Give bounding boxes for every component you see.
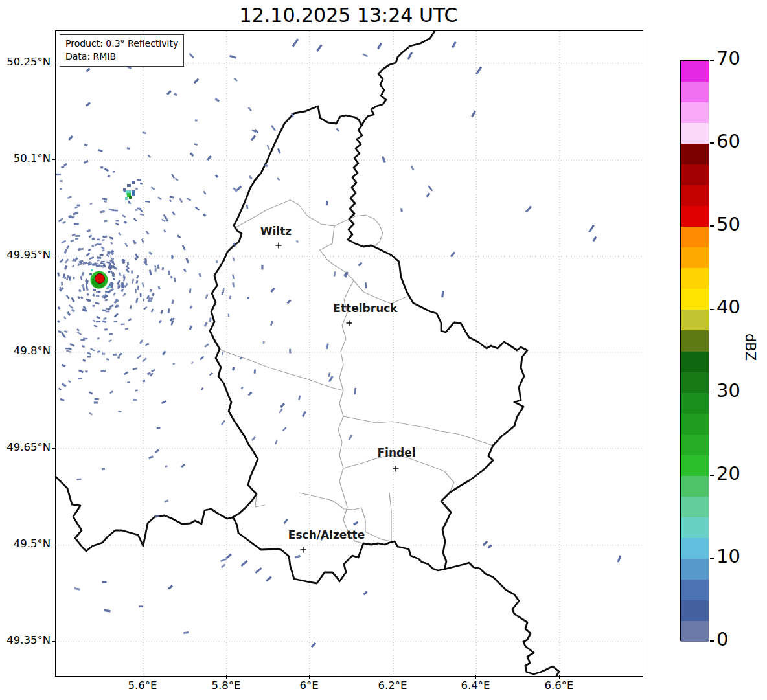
clutter-speckle bbox=[209, 372, 213, 376]
clutter-speckle bbox=[87, 352, 92, 355]
clutter-speckle bbox=[109, 304, 114, 308]
clutter-speckle bbox=[209, 317, 212, 322]
radar-echo-pixel bbox=[132, 190, 135, 196]
clutter-speckle bbox=[382, 156, 386, 163]
colorbar bbox=[680, 60, 709, 641]
clutter-speckle bbox=[135, 389, 138, 391]
clutter-speckle bbox=[298, 396, 301, 401]
clutter-speckle bbox=[222, 292, 223, 295]
clutter-speckle bbox=[195, 119, 198, 121]
clutter-speckle bbox=[93, 320, 96, 322]
colorbar-tick bbox=[710, 309, 714, 310]
clutter-speckle bbox=[103, 317, 107, 321]
clutter-speckle bbox=[71, 308, 75, 312]
clutter-speckle bbox=[198, 273, 201, 277]
clutter-speckle bbox=[93, 325, 97, 328]
clutter-speckle bbox=[124, 372, 128, 376]
clutter-speckle bbox=[82, 286, 85, 291]
clutter-speckle bbox=[267, 144, 270, 150]
clutter-speckle bbox=[113, 292, 116, 296]
clutter-speckle bbox=[96, 295, 99, 297]
clutter-speckle bbox=[189, 53, 194, 59]
clutter-speckle bbox=[92, 238, 95, 240]
clutter-speckle bbox=[87, 293, 90, 296]
radar-echo-pixel bbox=[113, 278, 115, 280]
data-source-line: Data: RMIB bbox=[65, 50, 178, 63]
clutter-speckle bbox=[295, 555, 301, 559]
admin-border bbox=[343, 455, 454, 493]
colorbar-tick-label: 70 bbox=[716, 47, 740, 69]
clutter-speckle bbox=[86, 229, 91, 232]
admin-border bbox=[220, 349, 343, 390]
clutter-speckle bbox=[172, 211, 175, 215]
clutter-speckle bbox=[75, 238, 78, 240]
colorbar-segment bbox=[681, 455, 709, 477]
y-axis-label: 49.8°N bbox=[0, 344, 51, 357]
x-axis-tick bbox=[309, 675, 310, 679]
y-axis-tick bbox=[52, 641, 55, 642]
radar-echo-pixel bbox=[129, 196, 132, 199]
clutter-speckle bbox=[76, 204, 80, 206]
clutter-streak bbox=[68, 135, 73, 141]
clutter-speckle bbox=[104, 200, 107, 203]
clutter-speckle bbox=[116, 220, 119, 222]
colorbar-segment bbox=[681, 393, 709, 414]
clutter-speckle bbox=[90, 348, 95, 351]
clutter-speckle bbox=[100, 254, 104, 256]
clutter-streak bbox=[311, 642, 317, 648]
clutter-speckle bbox=[186, 198, 191, 201]
clutter-speckle bbox=[203, 191, 206, 195]
clutter-speckle bbox=[154, 268, 156, 271]
clutter-streak bbox=[166, 90, 172, 95]
clutter-speckle bbox=[143, 299, 144, 302]
clutter-speckle bbox=[137, 179, 141, 181]
clutter-speckle bbox=[182, 245, 186, 250]
clutter-speckle bbox=[222, 352, 223, 356]
clutter-speckle bbox=[277, 177, 280, 181]
country-border bbox=[361, 31, 435, 126]
x-axis-tick bbox=[226, 675, 227, 679]
colorbar-segment bbox=[681, 227, 709, 248]
y-axis-label: 49.95°N bbox=[0, 249, 51, 261]
clutter-streak bbox=[236, 186, 242, 192]
x-axis-tick bbox=[559, 675, 560, 679]
clutter-speckle bbox=[58, 387, 62, 390]
clutter-speckle bbox=[336, 128, 340, 131]
clutter-speckle bbox=[126, 147, 130, 150]
clutter-speckle bbox=[88, 234, 92, 238]
colorbar-segment bbox=[681, 289, 709, 310]
colorbar-segment bbox=[681, 600, 709, 622]
clutter-speckle bbox=[247, 107, 251, 111]
clutter-speckle bbox=[139, 213, 144, 216]
clutter-speckle bbox=[201, 387, 204, 390]
clutter-speckle bbox=[353, 521, 358, 526]
clutter-speckle bbox=[142, 357, 147, 362]
clutter-speckle bbox=[73, 277, 75, 280]
clutter-speckle bbox=[87, 356, 91, 357]
clutter-streak bbox=[471, 111, 476, 117]
clutter-speckle bbox=[72, 234, 76, 237]
clutter-speckle bbox=[97, 239, 100, 241]
clutter-speckle bbox=[251, 436, 256, 442]
clutter-speckle bbox=[68, 348, 72, 350]
clutter-speckle bbox=[163, 229, 166, 232]
clutter-streak bbox=[452, 41, 457, 48]
clutter-speckle bbox=[104, 609, 111, 613]
colorbar-segment bbox=[681, 497, 709, 518]
clutter-speckle bbox=[270, 321, 273, 326]
y-axis-label: 50.25°N bbox=[0, 56, 51, 68]
clutter-speckle bbox=[132, 367, 137, 370]
clutter-speckle bbox=[168, 271, 170, 275]
clutter-speckle bbox=[147, 155, 151, 158]
clutter-speckle bbox=[142, 282, 144, 287]
clutter-speckle bbox=[100, 262, 105, 265]
clutter-streak bbox=[426, 192, 431, 197]
admin-border bbox=[255, 494, 265, 507]
clutter-speckle bbox=[137, 286, 139, 291]
clutter-speckle bbox=[82, 272, 84, 276]
clutter-speckle bbox=[139, 605, 143, 607]
clutter-speckle bbox=[365, 282, 367, 288]
clutter-speckle bbox=[234, 78, 238, 82]
clutter-speckle bbox=[92, 293, 95, 297]
clutter-speckle bbox=[69, 276, 72, 281]
